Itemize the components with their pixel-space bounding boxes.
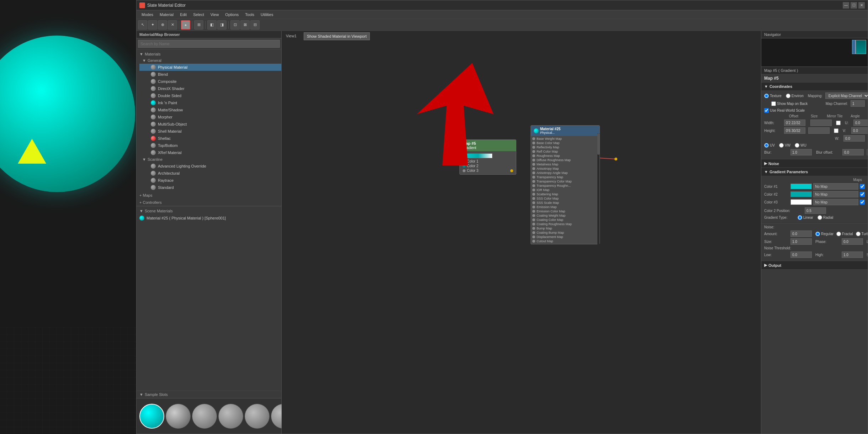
- w-input[interactable]: [843, 135, 865, 142]
- noise-high-input[interactable]: [842, 252, 863, 258]
- noise-low-input[interactable]: [790, 252, 812, 258]
- uv-radio[interactable]: UV: [764, 143, 775, 148]
- shellac-item[interactable]: Shellac: [139, 135, 281, 142]
- multi-sub-item[interactable]: Multi/Sub-Object: [139, 121, 281, 128]
- minimize-button[interactable]: —: [843, 2, 849, 9]
- advanced-lighting-item[interactable]: Advanced Lighting Override: [139, 163, 281, 170]
- close-button[interactable]: ✕: [858, 2, 865, 9]
- mapping-select[interactable]: Explicit Map Channel: [825, 92, 868, 99]
- color1-swatch[interactable]: [790, 184, 812, 189]
- composite-item[interactable]: Composite: [139, 78, 281, 85]
- top-bottom-item[interactable]: Top/Bottom: [139, 142, 281, 149]
- color3-no-map-button[interactable]: No Map: [813, 199, 858, 205]
- environ-radio-input[interactable]: [786, 94, 790, 98]
- sample-slot-2[interactable]: [166, 404, 191, 429]
- raytrace-item[interactable]: Raytrace: [139, 177, 281, 184]
- maps-section[interactable]: + Maps: [137, 192, 281, 199]
- uv-radio-input[interactable]: [764, 143, 769, 148]
- select-tool-button[interactable]: ↖: [138, 20, 147, 30]
- width-offset-input[interactable]: [784, 120, 805, 126]
- node-material25[interactable]: Material #25 Physical... Base Weight Map…: [531, 125, 600, 244]
- color1-map-checkbox[interactable]: [860, 184, 865, 189]
- regular-radio[interactable]: Regular: [815, 232, 834, 236]
- ink-paint-item[interactable]: Ink 'n Paint: [139, 99, 281, 106]
- architectural-item[interactable]: Architectural: [139, 170, 281, 177]
- use-real-world-input[interactable]: [764, 108, 769, 113]
- node-scrollbar-thumb[interactable]: [597, 133, 600, 155]
- noise-size-input[interactable]: [790, 238, 812, 245]
- environ-radio[interactable]: Environ: [786, 94, 804, 98]
- materials-header[interactable]: ▼ Materials: [137, 51, 281, 57]
- turbulence-radio-input[interactable]: [856, 232, 861, 236]
- gradient-params-header[interactable]: ▼ Gradient Parameters: [761, 168, 868, 176]
- search-input[interactable]: [138, 40, 280, 48]
- menu-select[interactable]: Select: [190, 12, 207, 17]
- menu-tools[interactable]: Tools: [242, 12, 257, 17]
- color3-map-checkbox[interactable]: [860, 200, 865, 205]
- pick1-button[interactable]: ⊡: [230, 20, 240, 30]
- blur-offset-input[interactable]: [842, 149, 864, 155]
- physical-material-item[interactable]: Physical Material: [139, 64, 281, 71]
- width-mirror-checkbox[interactable]: [836, 121, 841, 125]
- output-section-header[interactable]: ▶ Output: [761, 261, 868, 269]
- vw-radio-input[interactable]: [779, 143, 784, 148]
- zoom-right-button[interactable]: ◨: [217, 20, 227, 30]
- noise-amount-input[interactable]: [790, 231, 812, 237]
- double-sided-item[interactable]: Double Sided: [139, 92, 281, 99]
- regular-radio-input[interactable]: [815, 232, 820, 236]
- show-map-back-checkbox[interactable]: Show Map on Back: [771, 101, 808, 106]
- map-channel-input[interactable]: [851, 100, 865, 107]
- vw-radio[interactable]: VW: [779, 143, 790, 148]
- height-size-input[interactable]: [808, 127, 830, 134]
- pan-tool-button[interactable]: ⊕: [158, 20, 167, 30]
- coordinates-section-header[interactable]: ▼ Coordinates: [761, 83, 868, 90]
- sample-slot-5[interactable]: [245, 404, 270, 429]
- wu-radio-input[interactable]: [795, 143, 799, 148]
- linear-radio-input[interactable]: [798, 215, 802, 220]
- height-mirror-checkbox[interactable]: [834, 128, 838, 133]
- morpher-item[interactable]: Morpher: [139, 113, 281, 121]
- color2-no-map-button[interactable]: No Map: [813, 191, 858, 197]
- noise-phase-input[interactable]: [842, 238, 863, 245]
- radial-radio[interactable]: Radial: [818, 215, 833, 220]
- node-map5[interactable]: Map #5 Gradient Color 1 Color 2: [459, 139, 516, 175]
- show-map-back-input[interactable]: [771, 101, 776, 106]
- delete-tool-button[interactable]: ✕: [168, 20, 177, 30]
- wu-radio[interactable]: WU: [795, 143, 806, 148]
- texture-radio[interactable]: Texture: [764, 94, 782, 98]
- color1-no-map-button[interactable]: No Map: [813, 183, 858, 190]
- rotate-button[interactable]: Rotate: [867, 149, 868, 155]
- color2-map-checkbox[interactable]: [860, 192, 865, 197]
- sample-slot-3[interactable]: [192, 404, 217, 429]
- height-offset-input[interactable]: [784, 127, 805, 134]
- menu-options[interactable]: Options: [222, 12, 241, 17]
- sample-slot-4[interactable]: [218, 404, 243, 429]
- color2-swatch[interactable]: [790, 191, 812, 197]
- directx-shader-item[interactable]: DirectX Shader: [139, 85, 281, 92]
- sample-slots-header[interactable]: ▼ Sample Slots: [137, 391, 281, 398]
- blur-input[interactable]: [790, 149, 812, 155]
- radial-radio-input[interactable]: [818, 215, 822, 220]
- controllers-section[interactable]: + Controllers: [137, 199, 281, 206]
- layout-button[interactable]: ⊞: [194, 20, 203, 30]
- scanline-header[interactable]: ▼ Scanline: [139, 156, 281, 163]
- fractal-radio[interactable]: Fractal: [836, 232, 853, 236]
- use-real-world-checkbox[interactable]: Use Real-World Scale: [764, 108, 805, 113]
- linear-radio[interactable]: Linear: [798, 215, 813, 220]
- pick3-button[interactable]: ⊟: [250, 20, 260, 30]
- matte-shadow-item[interactable]: Matte/Shadow: [139, 106, 281, 113]
- color2-position-input[interactable]: [805, 207, 826, 214]
- maximize-button[interactable]: ☐: [851, 2, 857, 9]
- noise-section-header[interactable]: ▶ Noise: [761, 159, 868, 168]
- general-header[interactable]: ▼ General: [139, 57, 281, 64]
- move-tool-button[interactable]: ✦: [148, 20, 157, 30]
- scene-material-item[interactable]: Material #25 ( Physical Material ) [Sphe…: [137, 214, 281, 222]
- standard-item[interactable]: Standard: [139, 184, 281, 191]
- fractal-radio-input[interactable]: [836, 232, 841, 236]
- menu-modes[interactable]: Modes: [139, 12, 156, 17]
- sample-slot-1[interactable]: [139, 404, 164, 429]
- shaded-material-button[interactable]: ●: [181, 20, 190, 30]
- pick2-button[interactable]: ⊠: [240, 20, 250, 30]
- shell-material-item[interactable]: Shell Material: [139, 128, 281, 135]
- menu-material[interactable]: Material: [157, 12, 176, 17]
